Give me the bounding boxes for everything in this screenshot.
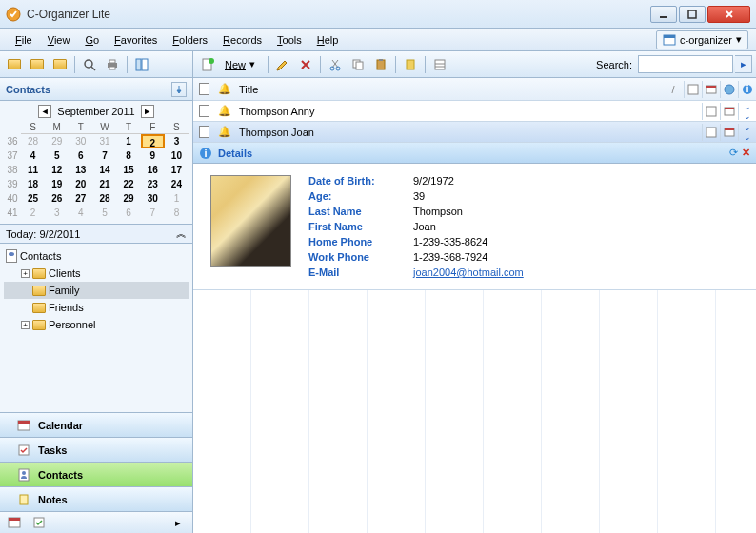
cal-day[interactable]: 2: [21, 206, 45, 220]
cal-day[interactable]: 1: [117, 134, 141, 148]
cal-day[interactable]: 5: [45, 148, 69, 163]
cal-day[interactable]: 3: [45, 206, 69, 220]
nav-mini-1[interactable]: [4, 512, 25, 533]
view-button[interactable]: [429, 54, 450, 75]
new-button[interactable]: New ▾: [220, 54, 264, 75]
cal-day[interactable]: 25: [21, 191, 45, 206]
cal-day[interactable]: 22: [117, 177, 141, 191]
cal-day[interactable]: 28: [92, 191, 116, 206]
cal-day[interactable]: 21: [92, 177, 116, 191]
cal-day[interactable]: 27: [69, 191, 92, 206]
cal-day[interactable]: 11: [21, 163, 45, 177]
cal-day[interactable]: 4: [21, 148, 45, 163]
nav-notes[interactable]: Notes: [0, 487, 192, 512]
menu-file[interactable]: File: [8, 31, 40, 49]
cal-day[interactable]: 24: [165, 177, 189, 191]
cal-day[interactable]: 12: [45, 163, 69, 177]
row-action-1[interactable]: [702, 124, 720, 141]
folder-delete-button[interactable]: [50, 54, 70, 75]
cal-day[interactable]: 5: [92, 206, 116, 220]
cut-button[interactable]: [325, 54, 346, 75]
list-row[interactable]: 🔔 Thompson Anny ⌄⌄: [193, 101, 756, 122]
pin-button[interactable]: [171, 82, 187, 97]
row-action-2[interactable]: [720, 103, 738, 120]
cal-day[interactable]: 30: [69, 134, 92, 148]
collapse-icon[interactable]: ︽: [176, 227, 187, 241]
cal-day[interactable]: 3: [165, 134, 189, 148]
hdr-action-2[interactable]: [702, 81, 720, 98]
cal-day[interactable]: 14: [92, 163, 116, 177]
hdr-action-1[interactable]: [684, 81, 702, 98]
list-row[interactable]: 🔔 Thompson Joan ⌄⌄: [193, 122, 756, 143]
row-action-1[interactable]: [702, 103, 720, 120]
cal-day[interactable]: 30: [141, 191, 165, 206]
cal-day[interactable]: 13: [69, 163, 92, 177]
menu-records[interactable]: Records: [215, 31, 269, 49]
cal-day[interactable]: 1: [165, 191, 189, 206]
nav-tasks[interactable]: Tasks: [0, 438, 192, 463]
cal-day[interactable]: 6: [69, 148, 92, 163]
maximize-button[interactable]: [679, 6, 706, 23]
menu-favorites[interactable]: Favorites: [107, 31, 165, 49]
cal-day[interactable]: 8: [165, 206, 189, 220]
cal-day[interactable]: 26: [45, 191, 69, 206]
tree-expander[interactable]: +: [21, 321, 30, 329]
search-input[interactable]: [638, 55, 733, 73]
cal-day[interactable]: 10: [165, 148, 189, 163]
search-button[interactable]: [79, 54, 100, 75]
cal-day[interactable]: 19: [45, 177, 69, 191]
cal-day[interactable]: 20: [69, 177, 92, 191]
cal-day[interactable]: 2: [141, 134, 165, 148]
nav-mini-2[interactable]: [29, 512, 50, 533]
cal-title[interactable]: September 2011: [57, 106, 134, 117]
tree-expander[interactable]: +: [21, 269, 30, 278]
tree-item[interactable]: Friends: [4, 299, 189, 316]
nav-expand-button[interactable]: ▸: [168, 512, 189, 533]
row-action-2[interactable]: [720, 124, 738, 141]
cal-day[interactable]: 16: [141, 163, 165, 177]
details-close-icon[interactable]: ✕: [742, 147, 750, 159]
col-sort-icon[interactable]: /: [663, 84, 684, 95]
brand-dropdown[interactable]: c-organizer ▾: [656, 30, 748, 49]
edit-button[interactable]: [272, 54, 293, 75]
row-action-expand[interactable]: ⌄⌄: [738, 124, 756, 141]
tree-item[interactable]: +Personnel: [4, 316, 189, 333]
menu-tools[interactable]: Tools: [269, 31, 309, 49]
delete-button[interactable]: [295, 54, 316, 75]
minimize-button[interactable]: [650, 6, 677, 23]
paste-button[interactable]: [370, 54, 391, 75]
tree-item[interactable]: Family: [4, 282, 189, 299]
search-go-button[interactable]: ▸: [735, 55, 752, 73]
cal-day[interactable]: 29: [117, 191, 141, 206]
cal-day[interactable]: 18: [21, 177, 45, 191]
col-doc-icon[interactable]: [193, 83, 214, 95]
cal-day[interactable]: 9: [141, 148, 165, 163]
cal-prev-button[interactable]: ◄: [38, 105, 51, 118]
details-refresh-icon[interactable]: ⟳: [729, 147, 738, 159]
layout-button[interactable]: [131, 54, 152, 75]
new-record-icon[interactable]: [197, 54, 218, 75]
menu-help[interactable]: Help: [309, 31, 347, 49]
cal-next-button[interactable]: ►: [141, 105, 154, 118]
cal-day[interactable]: 31: [92, 134, 116, 148]
today-row[interactable]: Today: 9/2/2011 ︽: [0, 225, 192, 244]
nav-calendar[interactable]: Calendar: [0, 413, 192, 438]
folder-edit-button[interactable]: [27, 54, 48, 75]
close-button[interactable]: [707, 6, 750, 23]
cal-day[interactable]: 4: [69, 206, 92, 220]
col-title[interactable]: Title: [235, 84, 663, 95]
nav-contacts[interactable]: Contacts: [0, 463, 192, 487]
menu-folders[interactable]: Folders: [165, 31, 215, 49]
cal-day[interactable]: 7: [141, 206, 165, 220]
hdr-action-3[interactable]: [720, 81, 738, 98]
copy-button[interactable]: [348, 54, 368, 75]
menu-go[interactable]: Go: [77, 31, 107, 49]
cal-day[interactable]: 7: [92, 148, 116, 163]
print-button[interactable]: [102, 54, 123, 75]
row-action-expand[interactable]: ⌄⌄: [738, 103, 756, 120]
tree-root[interactable]: Contacts: [4, 247, 189, 265]
cal-day[interactable]: 28: [21, 134, 45, 148]
col-bell-icon[interactable]: 🔔: [214, 83, 235, 95]
tree-item[interactable]: +Clients: [4, 265, 189, 282]
cal-day[interactable]: 15: [117, 163, 141, 177]
